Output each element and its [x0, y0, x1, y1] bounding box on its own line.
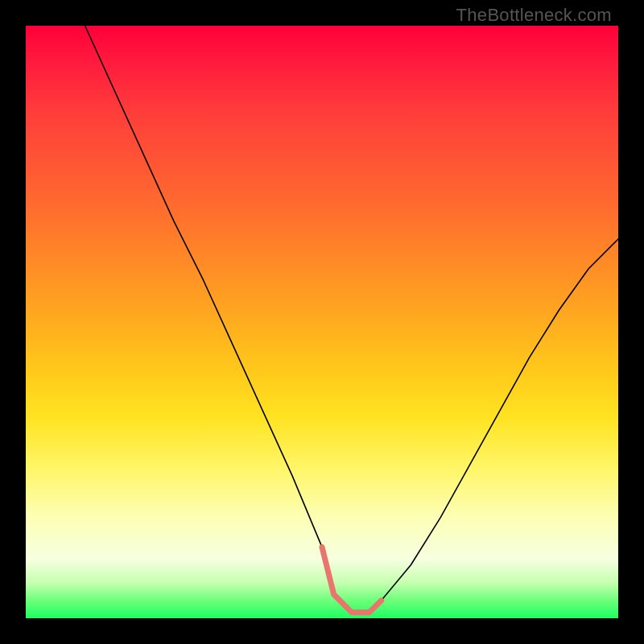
chart-frame: TheBottleneck.com — [0, 0, 644, 644]
chart-svg — [26, 26, 618, 618]
plot-area — [26, 26, 618, 618]
series-group — [85, 26, 618, 613]
watermark-text: TheBottleneck.com — [456, 5, 612, 26]
series-main-curve — [85, 26, 618, 613]
series-highlight-segment — [322, 547, 382, 613]
